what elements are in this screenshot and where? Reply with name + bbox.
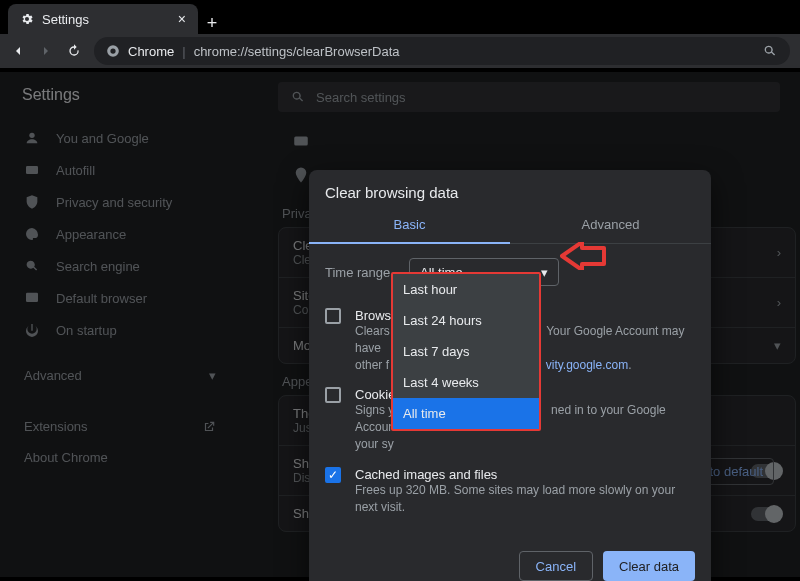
search-icon xyxy=(24,258,40,274)
sidebar-item-label: Search engine xyxy=(56,259,140,274)
link-activity-google[interactable]: vity.google.com xyxy=(546,358,628,372)
sidebar-advanced[interactable]: Advanced ▾ xyxy=(10,362,230,389)
close-icon[interactable]: × xyxy=(178,11,186,27)
open-external-icon xyxy=(202,420,216,434)
sidebar-item-on-startup[interactable]: On startup xyxy=(10,314,230,346)
sidebar-extensions-label: Extensions xyxy=(24,419,88,434)
sidebar-advanced-label: Advanced xyxy=(24,368,82,383)
browser-tab-settings[interactable]: Settings × xyxy=(8,4,198,34)
reload-icon[interactable] xyxy=(66,43,82,59)
dialog-tabs: Basic Advanced xyxy=(309,207,711,244)
sidebar-item-label: Appearance xyxy=(56,227,126,242)
checkbox-cached-images[interactable]: ✓ xyxy=(325,467,341,483)
dialog-footer: Cancel Clear data xyxy=(309,541,711,581)
checkbox-browsing-history[interactable] xyxy=(325,308,341,324)
sidebar-item-label: On startup xyxy=(56,323,117,338)
dropdown-option[interactable]: Last 4 weeks xyxy=(393,367,539,398)
svg-point-2 xyxy=(29,133,34,138)
chevron-down-icon: ▾ xyxy=(209,368,216,383)
sidebar-item-default-browser[interactable]: Default browser xyxy=(10,282,230,314)
power-icon xyxy=(24,322,40,338)
clear-data-button[interactable]: Clear data xyxy=(603,551,695,581)
time-range-label: Time range xyxy=(325,265,395,280)
dropdown-option[interactable]: Last 7 days xyxy=(393,336,539,367)
time-range-dropdown: Last hour Last 24 hours Last 7 days Last… xyxy=(391,272,541,431)
sidebar-item-label: Autofill xyxy=(56,163,95,178)
sidebar-about-chrome[interactable]: About Chrome xyxy=(10,440,230,475)
search-icon xyxy=(290,89,306,105)
item-title: Cached images and files xyxy=(355,467,695,482)
tab-basic[interactable]: Basic xyxy=(309,207,510,244)
sidebar-about-label: About Chrome xyxy=(24,450,108,465)
dialog-body: Time range All time ▾ Last hour Last 24 … xyxy=(309,244,711,541)
settings-sidebar: You and Google Autofill Privacy and secu… xyxy=(10,122,230,475)
browser-tabstrip: Settings × + xyxy=(0,0,800,34)
sidebar-item-appearance[interactable]: Appearance xyxy=(10,218,230,250)
dialog-title: Clear browsing data xyxy=(309,170,711,207)
sidebar-item-search-engine[interactable]: Search engine xyxy=(10,250,230,282)
address-separator: | xyxy=(182,44,185,59)
chevron-right-icon: › xyxy=(777,245,781,260)
search-settings-placeholder: Search settings xyxy=(316,90,406,105)
sidebar-item-autofill[interactable]: Autofill xyxy=(10,154,230,186)
chrome-icon xyxy=(106,44,120,58)
sidebar-item-label: Privacy and security xyxy=(56,195,172,210)
back-icon[interactable] xyxy=(10,43,26,59)
chevron-down-icon: ▾ xyxy=(774,338,781,353)
item-desc: Frees up 320 MB. Some sites may load mor… xyxy=(355,482,695,516)
location-icon xyxy=(292,166,310,184)
dropdown-option-selected[interactable]: All time xyxy=(393,398,539,429)
chevron-down-icon: ▾ xyxy=(541,265,548,280)
browser-toolbar: Chrome | chrome://settings/clearBrowserD… xyxy=(0,34,800,72)
browser-icon xyxy=(24,290,40,306)
appearance-icon xyxy=(24,226,40,242)
new-tab-button[interactable]: + xyxy=(198,13,226,34)
checkbox-cookies[interactable] xyxy=(325,387,341,403)
sidebar-item-you-and-google[interactable]: You and Google xyxy=(10,122,230,154)
svg-rect-3 xyxy=(26,166,38,174)
gear-icon xyxy=(20,12,34,26)
chevron-right-icon: › xyxy=(777,295,781,310)
tab-advanced[interactable]: Advanced xyxy=(510,207,711,244)
dropdown-option[interactable]: Last 24 hours xyxy=(393,305,539,336)
toggle[interactable] xyxy=(751,507,781,521)
sidebar-extensions[interactable]: Extensions xyxy=(10,413,230,440)
svg-rect-4 xyxy=(26,293,38,302)
dropdown-option[interactable]: Last hour xyxy=(393,274,539,305)
sidebar-item-label: You and Google xyxy=(56,131,149,146)
search-icon[interactable] xyxy=(762,43,778,59)
person-icon xyxy=(24,130,40,146)
payment-icon xyxy=(292,132,310,150)
cancel-button[interactable]: Cancel xyxy=(519,551,593,581)
clear-browsing-data-dialog: Clear browsing data Basic Advanced Time … xyxy=(309,170,711,581)
address-path: chrome://settings/clearBrowserData xyxy=(194,44,400,59)
search-settings-input[interactable]: Search settings xyxy=(278,82,780,112)
address-host: Chrome xyxy=(128,44,174,59)
svg-point-1 xyxy=(110,48,115,53)
address-bar[interactable]: Chrome | chrome://settings/clearBrowserD… xyxy=(94,37,790,65)
sidebar-item-label: Default browser xyxy=(56,291,147,306)
svg-rect-5 xyxy=(294,137,308,146)
autofill-icon xyxy=(24,162,40,178)
sidebar-item-privacy[interactable]: Privacy and security xyxy=(10,186,230,218)
tab-title: Settings xyxy=(42,12,89,27)
settings-page: Settings Search settings You and Google … xyxy=(0,72,800,577)
page-title: Settings xyxy=(22,86,80,104)
shield-icon xyxy=(24,194,40,210)
forward-icon[interactable] xyxy=(38,43,54,59)
